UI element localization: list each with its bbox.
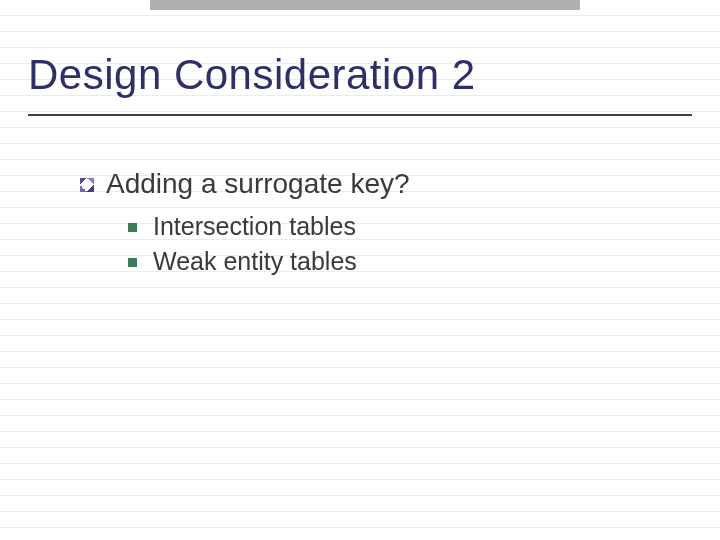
slide: Design Consideration 2 Adding a surrogat… (0, 0, 720, 540)
square-bullet-icon (128, 223, 137, 232)
slide-body: Adding a surrogate key? Intersection tab… (80, 168, 680, 282)
diamond-bullet-icon (80, 178, 94, 192)
bullet-level1-text: Adding a surrogate key? (106, 168, 410, 200)
bullet-level1: Adding a surrogate key? (80, 168, 680, 200)
bullet-level2-text: Intersection tables (153, 212, 356, 241)
bullet-level2-group: Intersection tables Weak entity tables (128, 212, 680, 276)
bullet-level2: Weak entity tables (128, 247, 680, 276)
square-bullet-icon (128, 258, 137, 267)
bullet-level2-text: Weak entity tables (153, 247, 357, 276)
bullet-level2: Intersection tables (128, 212, 680, 241)
slide-title: Design Consideration 2 (28, 52, 692, 116)
top-accent-bar (150, 0, 580, 10)
